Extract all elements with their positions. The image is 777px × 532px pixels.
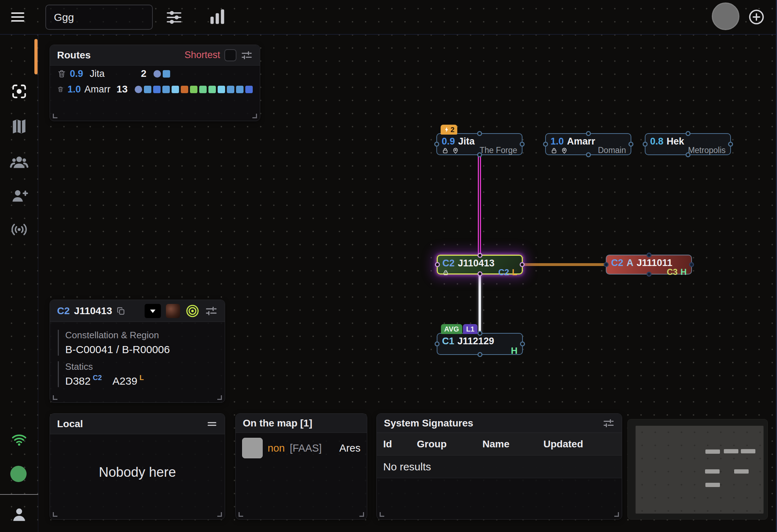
user-avatar[interactable] <box>712 2 739 30</box>
resize-handle[interactable] <box>217 512 222 517</box>
minimap-node-rect <box>734 469 749 474</box>
map-node-amarr[interactable]: 1.0Amarr Domain <box>545 133 631 155</box>
wormhole-connection-j110413-j111011[interactable] <box>522 263 606 266</box>
rating-dropdown-button[interactable] <box>145 304 161 318</box>
connection-handle[interactable] <box>477 271 482 276</box>
resize-handle[interactable] <box>53 512 57 517</box>
sidebar-item-follow[interactable] <box>0 83 38 100</box>
column-name[interactable]: Name <box>482 438 543 450</box>
route-mode-label[interactable]: Shortest <box>184 50 220 61</box>
resize-handle[interactable] <box>239 512 243 517</box>
route-destination[interactable]: Amarr <box>84 84 113 95</box>
delete-route-icon[interactable] <box>57 69 66 78</box>
routes-header[interactable]: Routes Shortest <box>50 45 260 66</box>
connection-handle[interactable] <box>647 272 652 277</box>
connection-handle[interactable] <box>520 262 525 267</box>
region-name: Domain <box>598 146 626 154</box>
connection-handle[interactable] <box>477 253 482 258</box>
route-jump-dot <box>245 86 253 93</box>
system-name: J112129 <box>458 336 494 346</box>
connection-handle[interactable] <box>477 331 482 336</box>
signatures-settings-icon[interactable] <box>603 417 615 429</box>
signatures-header[interactable]: System Signatures <box>377 414 622 433</box>
on-the-map-header[interactable]: On the map [1] <box>236 414 367 433</box>
wormhole-connection-j110413-j112129[interactable] <box>479 273 481 334</box>
connection-handle[interactable] <box>728 142 733 147</box>
connection-handle[interactable] <box>686 152 691 157</box>
left-sidebar <box>0 35 38 532</box>
sidebar-item-characters[interactable] <box>0 153 38 171</box>
connection-handle[interactable] <box>604 262 609 267</box>
connection-handle[interactable] <box>477 131 482 136</box>
map-settings-sliders-icon[interactable] <box>165 9 183 26</box>
routes-settings-icon[interactable] <box>241 49 253 61</box>
wormhole-connection-jita-j110413[interactable] <box>478 155 481 255</box>
planet-thumbnail[interactable] <box>166 304 180 318</box>
route-jump-dot <box>190 86 197 93</box>
sidebar-item-profile[interactable] <box>0 506 38 523</box>
column-updated[interactable]: Updated <box>543 438 583 450</box>
sidebar-item-maps[interactable] <box>0 118 38 135</box>
connection-handle[interactable] <box>643 142 648 147</box>
add-icon[interactable] <box>748 9 765 26</box>
shortest-checkbox[interactable] <box>224 49 236 61</box>
system-signatures-panel: System Signatures Id Group Name Updated … <box>376 413 622 520</box>
pilot-row[interactable]: non [FAAS] Ares <box>236 433 367 458</box>
copy-icon[interactable] <box>116 306 125 316</box>
connection-handle[interactable] <box>689 262 694 267</box>
route-jump-dot <box>163 70 170 78</box>
connection-handle[interactable] <box>520 142 525 147</box>
map-node-jita[interactable]: 2 0.9Jita The Forge <box>436 133 522 155</box>
minimap-panel[interactable] <box>627 419 768 520</box>
resize-handle[interactable] <box>217 395 222 400</box>
sidebar-item-broadcast[interactable] <box>0 220 38 239</box>
connection-handle[interactable] <box>586 152 591 157</box>
connection-handle[interactable] <box>477 352 482 357</box>
map-node-hek[interactable]: 0.8Hek Metropolis <box>645 133 731 155</box>
local-header[interactable]: Local <box>50 414 225 434</box>
sidebar-item-add-character[interactable] <box>0 187 38 205</box>
pilot-portrait <box>242 438 263 458</box>
resize-handle[interactable] <box>53 114 57 118</box>
connection-handle[interactable] <box>647 253 652 257</box>
resize-handle[interactable] <box>53 395 57 400</box>
minimap-viewport[interactable] <box>636 426 764 514</box>
resize-handle[interactable] <box>614 512 619 517</box>
activity-chart-icon[interactable] <box>207 6 228 27</box>
system-name: Jita <box>458 137 475 146</box>
resize-handle[interactable] <box>252 114 257 118</box>
connection-handle[interactable] <box>628 142 633 147</box>
route-jump-dot <box>227 86 234 93</box>
map-select[interactable]: Ggg <box>45 5 153 30</box>
pilot-ship: Ares <box>339 442 360 454</box>
map-node-j111011[interactable]: C2AJ111011 C3H <box>606 255 692 275</box>
menu-icon[interactable] <box>9 9 26 25</box>
system-info-header[interactable]: C2 J110413 <box>50 300 225 322</box>
connection-handle[interactable] <box>435 262 440 267</box>
column-group[interactable]: Group <box>417 438 482 450</box>
map-node-j112129[interactable]: AVG L1 C1J112129 H <box>437 333 523 355</box>
route-jump-dot <box>144 86 151 93</box>
resize-handle[interactable] <box>380 512 384 517</box>
route-destination[interactable]: Jita <box>90 68 128 79</box>
column-id[interactable]: Id <box>383 438 417 450</box>
route-row[interactable]: 0.9 Jita 2 <box>50 66 260 81</box>
connection-handle[interactable] <box>435 341 440 346</box>
map-node-j110413-selected[interactable]: C2J110413 C2L <box>437 255 523 275</box>
connection-handle[interactable] <box>686 131 691 136</box>
connection-handle[interactable] <box>543 142 548 147</box>
delete-route-icon[interactable] <box>57 85 64 94</box>
connection-handle[interactable] <box>477 152 482 157</box>
route-path-dots <box>153 70 170 78</box>
scan-target-icon[interactable] <box>185 304 200 318</box>
effect-label: H <box>511 346 518 355</box>
info-settings-icon[interactable] <box>205 305 218 317</box>
route-row[interactable]: 1.0 Amarr 13 <box>50 82 260 97</box>
connection-handle[interactable] <box>434 142 439 147</box>
connection-handle[interactable] <box>520 341 525 346</box>
resize-handle[interactable] <box>359 512 364 517</box>
security-status: 0.9 <box>442 137 455 146</box>
connection-handle[interactable] <box>586 131 591 136</box>
local-menu-icon[interactable] <box>206 418 218 430</box>
wormhole-class: C1 <box>442 336 454 346</box>
